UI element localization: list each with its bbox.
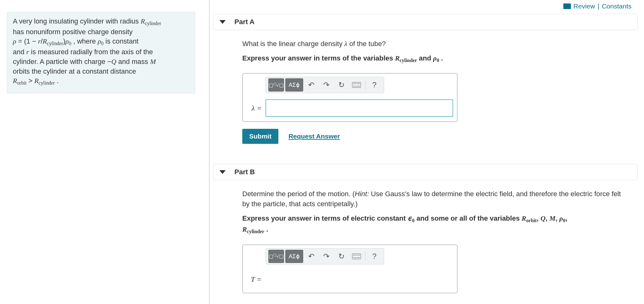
top-links: Review | Constants <box>563 3 631 10</box>
part-b-title: Part B <box>234 168 255 176</box>
answer-input-row: λ = <box>247 99 453 117</box>
reset-button[interactable]: ↻ <box>335 250 348 263</box>
part-a-answer-box: ▢▢√▢ ΑΣϕ ↶ ↷ ↻ ? λ = <box>242 73 458 122</box>
part-a-answer-input[interactable] <box>266 99 453 117</box>
text: (1 − <box>24 37 38 45</box>
reset-button[interactable]: ↻ <box>335 78 348 92</box>
chevron-down-icon <box>219 170 226 174</box>
part-a-instructions: Express your answer in terms of the vari… <box>242 53 628 64</box>
part-a-header[interactable]: Part A <box>213 14 638 30</box>
keyboard-button[interactable] <box>350 78 363 92</box>
constants-link[interactable]: Constants <box>602 3 631 10</box>
var-Q: Q <box>111 58 116 66</box>
vertical-divider <box>209 0 210 304</box>
keyboard-button[interactable] <box>350 250 363 263</box>
text: , where <box>71 37 98 45</box>
answer-input-row: T = <box>247 271 453 288</box>
redo-button[interactable]: ↷ <box>319 78 333 92</box>
undo-button[interactable]: ↶ <box>304 78 318 92</box>
text: and mass <box>116 58 150 66</box>
toolbar-separator <box>365 81 366 89</box>
part-a-body: What is the linear charge density λ of t… <box>213 30 636 144</box>
submit-button[interactable]: Submit <box>242 129 278 144</box>
text: = <box>16 37 24 45</box>
part-b-header[interactable]: Part B <box>213 164 638 180</box>
var-M: M <box>150 58 156 66</box>
redo-button[interactable]: ↷ <box>319 250 333 263</box>
equation-toolbar: ▢▢√▢ ΑΣϕ ↶ ↷ ↻ ? <box>266 77 384 93</box>
part-a-title: Part A <box>234 18 255 26</box>
part-b-body: Determine the period of the motion. (Hin… <box>213 180 636 293</box>
part-b-instructions: Express your answer in terms of electric… <box>242 213 628 236</box>
undo-button[interactable]: ↶ <box>304 250 318 263</box>
text: . <box>55 77 59 85</box>
part-b-question: Determine the period of the motion. (Hin… <box>242 189 628 209</box>
text: > <box>26 77 34 85</box>
top-sep: | <box>598 3 599 10</box>
var-rho0: ρ0 <box>98 37 103 45</box>
answer-variable-label: T = <box>247 275 262 284</box>
text: orbits the cylinder at a constant distan… <box>13 67 136 75</box>
var-R: Rcylinder <box>43 37 63 45</box>
text: cylinder. A particle with charge <box>13 58 107 66</box>
var-Rcyl: Rcylinder <box>34 77 55 85</box>
text: ) <box>63 37 65 45</box>
text: A very long insulating cylinder with rad… <box>13 17 141 25</box>
part-b-answer-input[interactable] <box>266 271 453 288</box>
templates-button[interactable]: ▢▢√▢ <box>268 78 284 92</box>
part-b: Part B Determine the period of the motio… <box>213 164 636 293</box>
text: is measured radially from the axis of th… <box>29 48 153 56</box>
keyboard-icon <box>352 254 361 259</box>
book-icon <box>563 3 571 9</box>
templates-button[interactable]: ▢▢√▢ <box>268 250 284 263</box>
help-button[interactable]: ? <box>368 250 381 263</box>
var-Rorbit: Rorbit <box>13 77 26 85</box>
text: and <box>13 48 26 56</box>
request-answer-link[interactable]: Request Answer <box>288 133 340 140</box>
parts-column: Part A What is the linear charge density… <box>213 14 644 304</box>
text: is constant <box>104 37 138 45</box>
help-button[interactable]: ? <box>368 78 381 92</box>
problem-statement: A very long insulating cylinder with rad… <box>7 12 195 93</box>
text: has nonuniform positive charge density <box>13 28 133 36</box>
var-r: r <box>38 37 41 45</box>
answer-variable-label: λ = <box>247 104 262 113</box>
chevron-down-icon <box>219 20 226 24</box>
part-b-answer-box: ▢▢√▢ ΑΣϕ ↶ ↷ ↻ ? T = <box>242 244 458 293</box>
part-a-actions: Submit Request Answer <box>242 129 636 144</box>
eq-rho: ρ <box>13 37 16 45</box>
var-rho0: ρ0 <box>66 37 71 45</box>
toolbar-separator <box>365 252 366 261</box>
equation-toolbar: ▢▢√▢ ΑΣϕ ↶ ↷ ↻ ? <box>266 248 384 265</box>
review-link[interactable]: Review <box>573 3 595 10</box>
part-a: Part A What is the linear charge density… <box>213 14 636 144</box>
greek-button[interactable]: ΑΣϕ <box>285 250 303 263</box>
part-a-question: What is the linear charge density λ of t… <box>242 39 628 49</box>
text: − <box>107 58 111 66</box>
greek-button[interactable]: ΑΣϕ <box>285 78 303 92</box>
var-R: Rcylinder <box>141 17 161 25</box>
keyboard-icon <box>352 82 361 88</box>
var-lambda: λ <box>344 40 347 48</box>
